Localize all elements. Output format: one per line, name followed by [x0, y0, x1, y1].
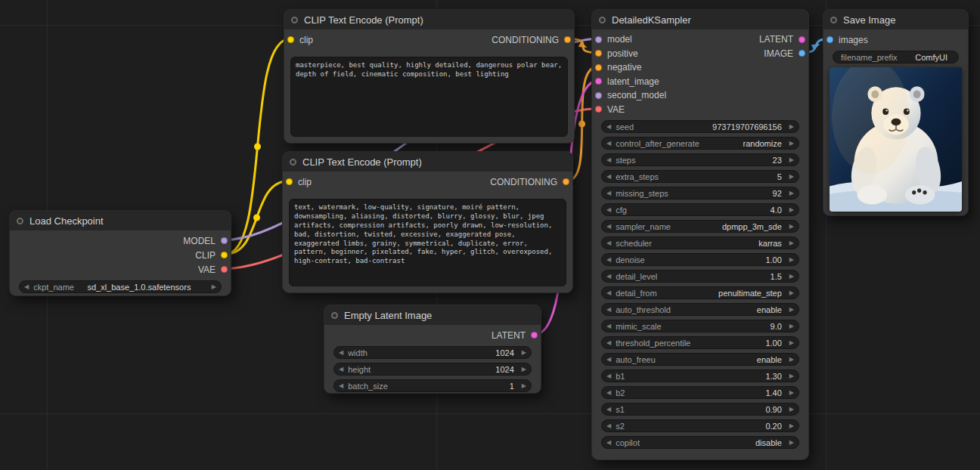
- step-right-icon[interactable]: [785, 173, 799, 180]
- node-load-checkpoint[interactable]: Load Checkpoint MODEL CLIP VAE ckpt_name…: [9, 210, 231, 296]
- step-left-icon[interactable]: [334, 349, 348, 356]
- node-clip-text-encode-negative[interactable]: CLIP Text Encode (Prompt) clip CONDITION…: [282, 151, 573, 293]
- collapse-dot[interactable]: [331, 312, 338, 319]
- widget-auto-threshold[interactable]: auto_threshold enable: [601, 303, 799, 316]
- step-left-icon[interactable]: [602, 190, 616, 196]
- step-left-icon[interactable]: [602, 140, 616, 147]
- step-right-icon[interactable]: [517, 366, 531, 373]
- step-left-icon[interactable]: [602, 240, 616, 246]
- widget-control-after-generate[interactable]: control_after_generate randomize: [601, 137, 799, 150]
- widget-batch-size[interactable]: batch_size 1: [333, 379, 532, 392]
- widget-width[interactable]: width 1024: [333, 346, 532, 359]
- step-right-icon[interactable]: [785, 190, 799, 196]
- output-slot-vae[interactable]: [221, 266, 228, 273]
- step-right-icon[interactable]: [785, 406, 799, 413]
- step-left-icon[interactable]: [602, 339, 616, 346]
- widget-seed[interactable]: seed 973719707696156: [601, 120, 799, 133]
- widget-steps[interactable]: steps 23: [601, 153, 799, 166]
- node-detailedksampler[interactable]: DetailedKSampler model positive negative…: [591, 9, 809, 460]
- widget-missing-steps[interactable]: missing_steps 92: [601, 187, 799, 199]
- step-left-icon[interactable]: [602, 439, 616, 446]
- step-left-icon[interactable]: [602, 156, 616, 163]
- input-slot-clip[interactable]: [286, 178, 293, 185]
- widget-height[interactable]: height 1024: [333, 363, 532, 376]
- widget-copilot[interactable]: copilot disable: [601, 436, 799, 449]
- step-left-icon[interactable]: [602, 206, 616, 213]
- step-left-icon[interactable]: [602, 173, 616, 180]
- widget-cfg[interactable]: cfg 4.0: [601, 203, 799, 216]
- collapse-dot[interactable]: [290, 159, 296, 165]
- input-slot-images[interactable]: [826, 36, 833, 43]
- input-slot-vae[interactable]: [595, 106, 602, 113]
- step-left-icon[interactable]: [602, 356, 616, 363]
- prompt-textarea[interactable]: text, watermark, low-quality, signature,…: [289, 199, 566, 286]
- step-left-icon[interactable]: [334, 366, 348, 373]
- step-left-icon[interactable]: [602, 289, 616, 296]
- node-save-image[interactable]: Save Image images filename_prefix ComfyU…: [823, 9, 969, 216]
- input-slot-negative[interactable]: [595, 64, 602, 71]
- output-slot-latent[interactable]: [799, 36, 805, 43]
- widget-b2[interactable]: b2 1.40: [601, 386, 799, 399]
- step-right-icon[interactable]: [785, 339, 799, 346]
- step-right-icon[interactable]: [785, 356, 799, 363]
- output-slot-model[interactable]: [221, 237, 228, 244]
- step-left-icon[interactable]: [334, 382, 348, 389]
- step-right-icon[interactable]: [785, 256, 799, 263]
- step-left-icon[interactable]: [602, 306, 616, 313]
- step-left-icon[interactable]: [602, 406, 616, 413]
- output-slot-image[interactable]: [799, 50, 805, 57]
- step-left-icon[interactable]: [602, 256, 616, 263]
- collapse-dot[interactable]: [830, 17, 837, 23]
- input-slot-clip[interactable]: [287, 36, 294, 43]
- step-right-icon[interactable]: [785, 422, 799, 429]
- step-left-icon[interactable]: [602, 422, 616, 429]
- step-left-icon[interactable]: [602, 389, 616, 396]
- step-left-icon[interactable]: [602, 273, 616, 280]
- widget-b1[interactable]: b1 1.30: [601, 370, 799, 382]
- step-right-icon[interactable]: [785, 323, 799, 329]
- widget-filename-prefix[interactable]: filename_prefix ComfyUI: [833, 51, 959, 63]
- widget-detail-from[interactable]: detail_from penultimate_step: [601, 286, 799, 299]
- step-right-icon[interactable]: [785, 156, 799, 163]
- step-right-icon[interactable]: [785, 373, 799, 379]
- input-slot-latent-image[interactable]: [595, 78, 602, 85]
- node-titlebar[interactable]: CLIP Text Encode (Prompt): [283, 152, 572, 172]
- widget-scheduler[interactable]: scheduler karras: [601, 237, 799, 249]
- step-right-icon[interactable]: [207, 283, 221, 290]
- step-right-icon[interactable]: [785, 273, 799, 280]
- step-left-icon[interactable]: [602, 123, 616, 130]
- widget-threshold-percentile[interactable]: threshold_percentile 1.00: [601, 336, 799, 349]
- step-right-icon[interactable]: [517, 349, 531, 356]
- widget-sampler-name[interactable]: sampler_name dpmpp_3m_sde: [601, 220, 799, 233]
- node-titlebar[interactable]: DetailedKSampler: [592, 10, 808, 29]
- step-right-icon[interactable]: [785, 223, 799, 230]
- widget-detail-level[interactable]: detail_level 1.5: [601, 270, 799, 283]
- prompt-textarea[interactable]: masterpiece, best quality, highly detail…: [290, 57, 568, 137]
- widget-auto-freeu[interactable]: auto_freeu enable: [601, 353, 799, 366]
- output-slot-conditioning[interactable]: [564, 36, 571, 43]
- node-clip-text-encode-positive[interactable]: CLIP Text Encode (Prompt) clip CONDITION…: [284, 9, 575, 144]
- node-titlebar[interactable]: Save Image: [823, 10, 968, 29]
- step-left-icon[interactable]: [602, 223, 616, 230]
- widget-s1[interactable]: s1 0.90: [601, 403, 799, 416]
- step-right-icon[interactable]: [785, 389, 799, 396]
- collapse-dot[interactable]: [291, 17, 298, 23]
- step-right-icon[interactable]: [785, 206, 799, 213]
- step-left-icon[interactable]: [20, 283, 33, 290]
- step-right-icon[interactable]: [785, 306, 799, 313]
- collapse-dot[interactable]: [17, 218, 23, 224]
- step-right-icon[interactable]: [785, 240, 799, 246]
- node-empty-latent-image[interactable]: Empty Latent Image LATENT width 1024 hei…: [324, 305, 541, 394]
- step-left-icon[interactable]: [602, 373, 616, 379]
- step-right-icon[interactable]: [785, 289, 799, 296]
- widget-extra-steps[interactable]: extra_steps 5: [601, 170, 799, 183]
- output-slot-latent[interactable]: [531, 332, 538, 339]
- step-right-icon[interactable]: [785, 123, 799, 130]
- node-titlebar[interactable]: Load Checkpoint: [10, 211, 231, 230]
- step-right-icon[interactable]: [517, 382, 531, 389]
- collapse-dot[interactable]: [599, 17, 606, 23]
- output-slot-conditioning[interactable]: [563, 178, 569, 185]
- node-titlebar[interactable]: Empty Latent Image: [324, 305, 541, 325]
- graph-canvas[interactable]: Load Checkpoint MODEL CLIP VAE ckpt_name…: [0, 0, 980, 470]
- widget-mimic-scale[interactable]: mimic_scale 9.0: [601, 320, 799, 332]
